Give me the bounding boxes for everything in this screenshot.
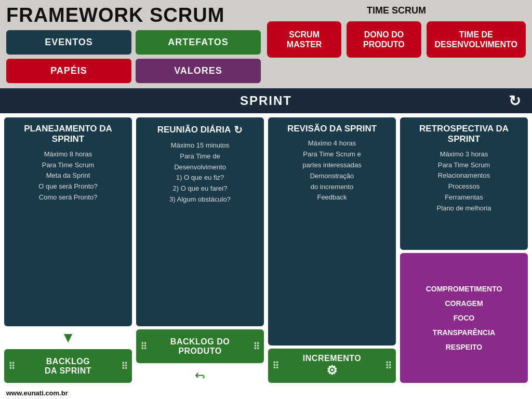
col-planejamento: PLANEJAMENTO DA SPRINT Máximo 8 horasPar…	[4, 117, 132, 383]
refresh-icon: ↻	[509, 92, 522, 110]
card-reuniao-title: REUNIÃO DIÁRIA ↻	[143, 124, 257, 136]
value-comprometimento: COMPROMETIMENTO	[426, 282, 502, 296]
badge-eventos[interactable]: EVENTOS	[6, 30, 131, 55]
value-respeito: RESPEITO	[446, 340, 483, 354]
card-retrospectiva-body: Máximo 3 horasPara Time ScrumRelacioname…	[407, 149, 521, 214]
values-panel: COMPROMETIMENTO CORAGEM FOCO TRANSPARÊNC…	[400, 253, 528, 383]
card-reuniao: REUNIÃO DIÁRIA ↻ Máximo 15 minutosPara T…	[136, 117, 264, 326]
badge-papeis[interactable]: PAPÉIS	[6, 59, 131, 83]
right-panel: TIME SCRUM SCRUMMASTER DONO DOPRODUTO TI…	[267, 5, 526, 83]
sprint-banner: SPRINT ↻	[0, 88, 532, 113]
value-transparencia: TRANSPARÊNCIA	[433, 325, 495, 340]
website-label: www.eunati.com.br	[6, 389, 68, 397]
backlog-produto-item[interactable]: BACKLOG DOPRODUTO	[136, 329, 264, 363]
card-planejamento-body: Máximo 8 horasPara Time ScrumMeta da Spr…	[11, 149, 125, 203]
app-container: FRAMEWORK SCRUM EVENTOS ARTEFATOS PAPÉIS…	[0, 0, 532, 399]
value-foco: FOCO	[454, 311, 474, 325]
card-reuniao-body: Máximo 15 minutosPara Time deDesenvolvim…	[143, 140, 257, 205]
incremento-label: INCREMENTO	[303, 354, 361, 363]
dono-produto-badge[interactable]: DONO DOPRODUTO	[347, 21, 421, 58]
card-planejamento: PLANEJAMENTO DA SPRINT Máximo 8 horasPar…	[4, 117, 132, 326]
footer: www.eunati.com.br	[0, 387, 532, 399]
main-content: PLANEJAMENTO DA SPRINT Máximo 8 horasPar…	[0, 113, 532, 387]
card-planejamento-title: PLANEJAMENTO DA SPRINT	[11, 124, 125, 145]
left-panel: FRAMEWORK SCRUM EVENTOS ARTEFATOS PAPÉIS…	[6, 5, 261, 83]
card-revisao: REVISÃO DA SPRINT Máximo 4 horasPara Tim…	[268, 117, 396, 345]
time-scrum-title: TIME SCRUM	[267, 5, 526, 16]
backlog-sprint-item[interactable]: BACKLOGDA SPRINT	[4, 349, 132, 383]
arrow-down-icon: ▼	[4, 329, 132, 346]
value-coragem: CORAGEM	[445, 296, 483, 311]
time-scrum-badges: SCRUMMASTER DONO DOPRODUTO TIME DEDESENV…	[267, 21, 526, 58]
refresh-small-icon: ↻	[234, 124, 243, 136]
badges-grid: EVENTOS ARTEFATOS PAPÉIS VALORES	[6, 30, 261, 83]
card-retrospectiva-title: RETROSPECTIVA DA SPRINT	[407, 124, 521, 145]
time-desenvolvimento-badge[interactable]: TIME DEDESENVOLVIMENTO	[427, 21, 526, 58]
top-section: FRAMEWORK SCRUM EVENTOS ARTEFATOS PAPÉIS…	[0, 0, 532, 88]
badge-artefatos[interactable]: ARTEFATOS	[136, 30, 261, 55]
badge-valores[interactable]: VALORES	[136, 59, 261, 83]
col-retrospectiva: RETROSPECTIVA DA SPRINT Máximo 3 horasPa…	[400, 117, 528, 383]
curved-arrow-icon: ↩	[195, 368, 205, 383]
scrum-master-badge[interactable]: SCRUMMASTER	[267, 21, 341, 58]
card-revisao-title: REVISÃO DA SPRINT	[275, 124, 389, 134]
card-revisao-body: Máximo 4 horasPara Time Scrum epartes in…	[275, 138, 389, 203]
col-revisao: REVISÃO DA SPRINT Máximo 4 horasPara Tim…	[268, 117, 396, 383]
card-retrospectiva: RETROSPECTIVA DA SPRINT Máximo 3 horasPa…	[400, 117, 528, 250]
curved-arrow-container: ↩	[136, 368, 264, 383]
col-reuniao: REUNIÃO DIÁRIA ↻ Máximo 15 minutosPara T…	[136, 117, 264, 383]
incremento-item[interactable]: INCREMENTO ⚙	[268, 349, 396, 383]
page-title: FRAMEWORK SCRUM	[6, 5, 261, 25]
gear-icon: ⚙	[326, 363, 338, 378]
